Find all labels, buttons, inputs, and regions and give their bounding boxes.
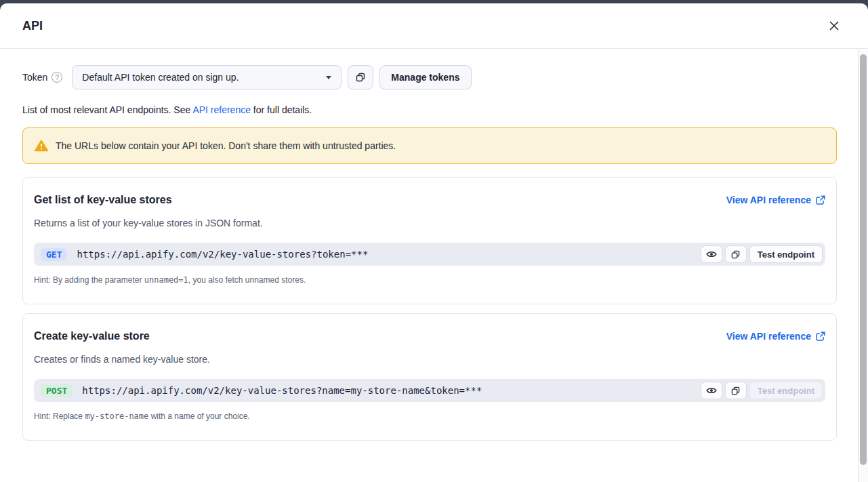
- test-endpoint-button[interactable]: Test endpoint: [749, 382, 823, 399]
- token-select[interactable]: Default API token created on sign up.: [72, 65, 342, 89]
- warning-message: The URLs below contain your API token. D…: [56, 140, 396, 151]
- test-endpoint-button[interactable]: Test endpoint: [749, 245, 823, 263]
- intro-before: List of most relevant API endpoints. See: [22, 104, 192, 115]
- endpoint-url-bar: POST https://api.apify.com/v2/key-value-…: [34, 379, 825, 402]
- endpoint-description: Creates or finds a named key-value store…: [34, 354, 825, 365]
- http-method-badge: POST: [41, 384, 73, 397]
- external-link-icon: [816, 195, 825, 205]
- copy-icon: [355, 72, 366, 83]
- modal-header: API: [0, 3, 868, 49]
- view-api-reference-link[interactable]: View API reference: [726, 331, 825, 342]
- endpoint-hint: Hint: Replace my-store-name with a name …: [34, 411, 825, 421]
- view-api-reference-label: View API reference: [726, 331, 811, 342]
- warning-icon: [35, 140, 48, 152]
- close-button[interactable]: [825, 16, 844, 35]
- chevron-down-icon: [326, 76, 331, 79]
- modal-title: API: [22, 19, 43, 33]
- api-modal: API Token ? Default API token created on…: [0, 3, 868, 482]
- copy-url-button[interactable]: [725, 245, 747, 263]
- endpoint-title: Create key-value store: [34, 330, 150, 342]
- endpoint-url: https://api.apify.com/v2/key-value-store…: [77, 249, 697, 260]
- token-label: Token: [22, 72, 47, 83]
- external-link-icon: [816, 332, 825, 341]
- close-icon: [829, 20, 840, 31]
- warning-banner: The URLs below contain your API token. D…: [22, 127, 837, 164]
- intro-text: List of most relevant API endpoints. See…: [22, 104, 837, 115]
- hint-code: my-store-name: [85, 411, 148, 421]
- endpoint-url: https://api.apify.com/v2/key-value-store…: [82, 385, 697, 396]
- http-method-badge: GET: [41, 248, 67, 261]
- endpoint-title: Get list of key-value stores: [34, 194, 172, 206]
- token-select-value: Default API token created on sign up.: [82, 72, 239, 83]
- scrollbar-track[interactable]: [858, 49, 868, 482]
- endpoint-card-get-list: Get list of key-value stores View API re…: [22, 177, 837, 304]
- eye-icon: [706, 386, 717, 395]
- intro-after: for full details.: [251, 104, 312, 115]
- token-row: Token ? Default API token created on sig…: [22, 65, 837, 89]
- endpoint-url-bar: GET https://api.apify.com/v2/key-value-s…: [34, 243, 825, 266]
- view-api-reference-link[interactable]: View API reference: [726, 195, 825, 205]
- view-api-reference-label: View API reference: [726, 195, 811, 205]
- copy-icon: [730, 249, 741, 260]
- scrollbar-thumb[interactable]: [860, 54, 867, 465]
- reveal-token-button[interactable]: [701, 382, 722, 399]
- reveal-token-button[interactable]: [701, 245, 722, 263]
- eye-icon: [706, 250, 717, 258]
- manage-tokens-button[interactable]: Manage tokens: [379, 65, 471, 89]
- api-reference-link[interactable]: API reference: [192, 104, 251, 115]
- modal-body: Token ? Default API token created on sig…: [0, 49, 868, 441]
- token-help-icon[interactable]: ?: [51, 72, 62, 83]
- endpoint-description: Returns a list of your key-value stores …: [34, 218, 825, 228]
- endpoint-hint: Hint: By adding the parameter unnamed=1,…: [34, 275, 825, 285]
- hint-code: unnamed=1: [144, 275, 188, 285]
- copy-url-button[interactable]: [725, 382, 747, 399]
- copy-token-button[interactable]: [348, 65, 373, 89]
- copy-icon: [730, 386, 741, 396]
- endpoint-card-create-store: Create key-value store View API referenc…: [22, 313, 837, 441]
